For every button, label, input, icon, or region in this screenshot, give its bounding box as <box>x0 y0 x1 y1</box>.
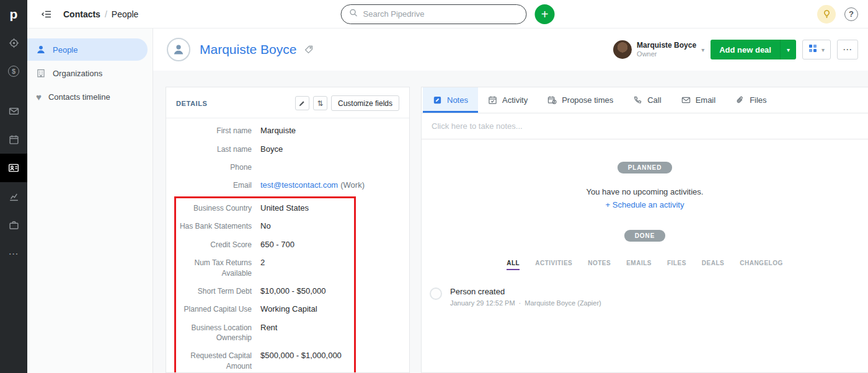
field-row-planned-capital-use: Planned Capital Use Working Capital <box>176 300 354 318</box>
header-actions: Marquiste Boyce Owner ▾ Add new deal ▾ <box>613 40 858 59</box>
owner-selector[interactable]: Marquiste Boyce Owner ▾ <box>613 40 704 59</box>
quick-add-button[interactable]: + <box>535 4 555 24</box>
breadcrumb-page: People <box>112 9 139 19</box>
tab-label: Files <box>750 95 766 105</box>
search-box[interactable] <box>341 4 527 24</box>
app-window: p $ <box>0 0 868 373</box>
email-type-label: (Work) <box>340 180 365 190</box>
details-tools: ⇅ Customize fields <box>295 95 399 111</box>
planned-badge: PLANNED <box>618 162 673 173</box>
timeline-timestamp: January 29 12:52 PM <box>450 299 515 307</box>
tab-notes[interactable]: Notes <box>423 87 478 113</box>
paperclip-icon <box>735 95 745 105</box>
filter-all[interactable]: ALL <box>507 260 520 270</box>
view-switcher-button[interactable]: ▾ <box>802 40 831 59</box>
edit-details-button[interactable] <box>295 96 309 110</box>
add-deal-split-button: Add new deal ▾ <box>711 40 796 59</box>
history-filter-row: ALL ACTIVITIES NOTES EMAILS FILES DEALS … <box>507 260 782 270</box>
nav-activities-icon[interactable] <box>0 125 27 154</box>
tab-email[interactable]: Email <box>671 87 726 113</box>
timeline-item-title: Person created <box>450 287 601 296</box>
content-row: People Organizations ♥ Contacts timeline <box>27 29 868 373</box>
details-fields: First name Marquiste Last name Boyce Pho… <box>166 118 409 373</box>
sidebar-item-organizations[interactable]: Organizations <box>27 62 148 84</box>
field-value: test@testcontact.com(Work) <box>260 180 365 191</box>
nav-insights-icon[interactable] <box>0 182 27 211</box>
note-icon <box>433 95 442 105</box>
activity-panel: Notes Activity <box>421 87 868 373</box>
field-label: Business Location Ownership <box>176 322 252 343</box>
field-label: Planned Capital Use <box>176 304 252 315</box>
activity-tabs: Notes Activity <box>422 87 868 113</box>
topbar-right: ? <box>817 5 858 24</box>
suggestions-button[interactable] <box>817 5 836 24</box>
field-value[interactable]: Boyce <box>260 144 283 155</box>
activity-zone: PLANNED You have no upcoming activities.… <box>422 139 868 307</box>
nav-contacts-icon[interactable] <box>0 154 27 182</box>
field-label: Business Country <box>176 203 252 214</box>
tab-files[interactable]: Files <box>725 87 776 113</box>
search-input[interactable] <box>363 9 519 19</box>
field-label: Phone <box>176 162 252 172</box>
nav-leads-icon[interactable] <box>0 29 27 57</box>
filter-files[interactable]: FILES <box>667 260 686 270</box>
timeline-item-meta: January 29 12:52 PM · Marquiste Boyce (Z… <box>450 299 601 307</box>
field-value[interactable]: Rent <box>260 322 277 343</box>
field-value[interactable]: $10,000 - $50,000 <box>260 286 326 297</box>
add-new-deal-button[interactable]: Add new deal <box>711 40 780 59</box>
filter-deals[interactable]: DEALS <box>702 260 724 270</box>
reorder-fields-button[interactable]: ⇅ <box>313 96 327 110</box>
field-label: Email <box>176 180 252 191</box>
notes-input[interactable] <box>432 121 858 131</box>
field-row-email: Email test@testcontact.com(Work) <box>166 176 409 195</box>
add-deal-dropdown-button[interactable]: ▾ <box>780 40 796 59</box>
briefcase-icon <box>9 220 19 230</box>
chevron-down-icon: ▾ <box>822 46 825 53</box>
person-detail-page: Marquiste Boyce Marquiste Boyce Owner <box>153 29 868 373</box>
filter-activities[interactable]: ACTIVITIES <box>535 260 572 270</box>
schedule-activity-link[interactable]: + Schedule an activity <box>606 200 684 209</box>
sidebar-item-contacts-timeline[interactable]: ♥ Contacts timeline <box>27 86 148 108</box>
field-value[interactable]: 650 - 700 <box>260 239 294 250</box>
collapse-sidebar-icon[interactable] <box>41 9 52 19</box>
help-button[interactable]: ? <box>844 7 858 21</box>
red-annotation-box: Business Country United States Has Bank … <box>174 196 356 373</box>
more-actions-button[interactable]: ⋯ <box>837 40 858 59</box>
lightbulb-icon <box>822 9 831 19</box>
field-value[interactable]: Marquiste <box>260 125 296 136</box>
notes-input-row <box>422 113 868 139</box>
email-link[interactable]: test@testcontact.com <box>260 180 338 190</box>
timeline-dot-icon <box>430 287 442 300</box>
filter-changelog[interactable]: CHANGELOG <box>740 260 783 270</box>
sidebar-item-label: Organizations <box>53 69 102 78</box>
tab-propose-times[interactable]: Propose times <box>538 87 623 113</box>
tab-call[interactable]: Call <box>623 87 671 113</box>
sidebar-item-label: Contacts timeline <box>48 92 110 102</box>
field-value[interactable]: Working Capital <box>260 304 317 315</box>
field-row-has-bank-statements: Has Bank Statements No <box>176 217 354 235</box>
field-value[interactable]: $500,000 - $1,000,000 <box>260 350 342 371</box>
chevron-down-icon: ▾ <box>787 46 790 53</box>
breadcrumb-section[interactable]: Contacts <box>63 9 100 19</box>
nav-deals-icon[interactable]: $ <box>0 57 27 86</box>
nav-mail-icon[interactable] <box>0 97 27 125</box>
customize-fields-button[interactable]: Customize fields <box>331 95 399 111</box>
details-title: DETAILS <box>176 100 207 107</box>
tab-activity[interactable]: Activity <box>478 87 538 113</box>
field-value[interactable]: No <box>260 221 271 232</box>
filter-emails[interactable]: EMAILS <box>626 260 652 270</box>
field-label: Requested Capital Amount <box>176 350 252 371</box>
field-label: Num Tax Returns Available <box>176 257 252 278</box>
filter-notes[interactable]: NOTES <box>588 260 611 270</box>
person-header: Marquiste Boyce Marquiste Boyce Owner <box>153 29 868 71</box>
phone-icon <box>633 95 642 105</box>
heart-icon: ♥ <box>36 92 42 102</box>
field-value[interactable]: 2 <box>260 257 265 278</box>
sidebar-item-people[interactable]: People <box>27 38 148 61</box>
nav-more-icon[interactable]: ⋯ <box>0 239 27 268</box>
envelope-icon <box>9 106 19 116</box>
primary-nav-rail: p $ <box>0 0 27 373</box>
nav-products-icon[interactable] <box>0 211 27 239</box>
field-value[interactable]: United States <box>260 203 309 214</box>
tag-icon[interactable] <box>304 45 314 55</box>
